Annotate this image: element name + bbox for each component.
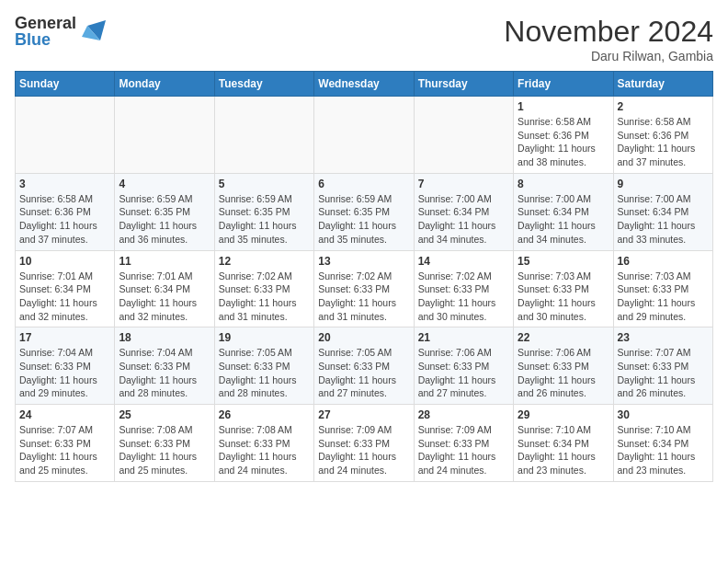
weekday-header: Wednesday (314, 72, 414, 97)
day-info: Sunrise: 7:07 AM Sunset: 6:33 PM Dayligh… (618, 346, 709, 400)
logo-line1: General (15, 15, 76, 31)
day-info: Sunrise: 7:10 AM Sunset: 6:34 PM Dayligh… (618, 423, 709, 477)
logo-text: General Blue (15, 15, 76, 48)
day-number: 7 (418, 178, 509, 190)
day-number: 24 (19, 408, 110, 421)
day-number: 10 (19, 255, 110, 268)
day-info: Sunrise: 7:03 AM Sunset: 6:33 PM Dayligh… (518, 270, 609, 324)
calendar-cell: 29Sunrise: 7:10 AM Sunset: 6:34 PM Dayli… (514, 405, 613, 482)
day-number: 14 (418, 255, 509, 268)
calendar-cell: 5Sunrise: 6:59 AM Sunset: 6:35 PM Daylig… (214, 173, 313, 250)
calendar-cell: 9Sunrise: 7:00 AM Sunset: 6:34 PM Daylig… (613, 173, 712, 250)
calendar-cell: 27Sunrise: 7:09 AM Sunset: 6:33 PM Dayli… (314, 405, 414, 482)
day-info: Sunrise: 7:05 AM Sunset: 6:33 PM Dayligh… (219, 346, 310, 400)
day-info: Sunrise: 7:02 AM Sunset: 6:33 PM Dayligh… (219, 270, 310, 324)
calendar-cell: 8Sunrise: 7:00 AM Sunset: 6:34 PM Daylig… (514, 173, 613, 250)
day-info: Sunrise: 7:01 AM Sunset: 6:34 PM Dayligh… (19, 270, 110, 324)
calendar-cell (115, 97, 214, 174)
day-number: 17 (19, 331, 110, 344)
calendar-cell: 22Sunrise: 7:06 AM Sunset: 6:33 PM Dayli… (514, 327, 613, 405)
day-info: Sunrise: 7:07 AM Sunset: 6:33 PM Dayligh… (19, 423, 110, 477)
day-number: 30 (618, 408, 709, 421)
day-info: Sunrise: 7:08 AM Sunset: 6:33 PM Dayligh… (219, 423, 310, 477)
calendar-cell: 1Sunrise: 6:58 AM Sunset: 6:36 PM Daylig… (514, 97, 613, 174)
calendar-cell: 18Sunrise: 7:04 AM Sunset: 6:33 PM Dayli… (115, 327, 214, 405)
day-number: 4 (119, 178, 210, 190)
day-number: 26 (219, 408, 310, 421)
calendar-cell: 20Sunrise: 7:05 AM Sunset: 6:33 PM Dayli… (314, 327, 414, 405)
calendar-week-row: 10Sunrise: 7:01 AM Sunset: 6:34 PM Dayli… (16, 250, 713, 327)
day-number: 22 (518, 331, 609, 344)
weekday-header: Sunday (16, 72, 115, 97)
day-info: Sunrise: 7:06 AM Sunset: 6:33 PM Dayligh… (518, 346, 609, 400)
day-info: Sunrise: 6:59 AM Sunset: 6:35 PM Dayligh… (119, 192, 210, 247)
day-number: 18 (119, 331, 210, 344)
weekday-header: Monday (115, 72, 214, 97)
logo-icon (80, 18, 106, 44)
title-block: November 2024 Daru Rilwan, Gambia (504, 15, 713, 63)
day-info: Sunrise: 6:59 AM Sunset: 6:35 PM Dayligh… (219, 192, 310, 247)
weekday-header: Thursday (414, 72, 513, 97)
calendar-cell: 28Sunrise: 7:09 AM Sunset: 6:33 PM Dayli… (414, 405, 513, 482)
weekday-header: Saturday (613, 72, 712, 97)
weekday-header: Tuesday (214, 72, 313, 97)
calendar-cell: 24Sunrise: 7:07 AM Sunset: 6:33 PM Dayli… (16, 405, 115, 482)
day-info: Sunrise: 6:58 AM Sunset: 6:36 PM Dayligh… (19, 192, 110, 247)
day-number: 29 (518, 408, 609, 421)
day-number: 1 (518, 100, 609, 113)
calendar-cell: 10Sunrise: 7:01 AM Sunset: 6:34 PM Dayli… (16, 250, 115, 327)
day-number: 21 (418, 331, 509, 344)
calendar-cell (414, 97, 513, 174)
day-info: Sunrise: 7:05 AM Sunset: 6:33 PM Dayligh… (318, 346, 409, 400)
calendar-table: SundayMondayTuesdayWednesdayThursdayFrid… (15, 71, 713, 482)
day-number: 20 (318, 331, 409, 344)
day-info: Sunrise: 7:09 AM Sunset: 6:33 PM Dayligh… (418, 423, 509, 477)
day-info: Sunrise: 7:00 AM Sunset: 6:34 PM Dayligh… (618, 192, 709, 247)
calendar-cell: 25Sunrise: 7:08 AM Sunset: 6:33 PM Dayli… (115, 405, 214, 482)
day-info: Sunrise: 6:58 AM Sunset: 6:36 PM Dayligh… (618, 115, 709, 169)
day-number: 2 (618, 100, 709, 113)
day-number: 15 (518, 255, 609, 268)
day-number: 12 (219, 255, 310, 268)
calendar-cell: 13Sunrise: 7:02 AM Sunset: 6:33 PM Dayli… (314, 250, 414, 327)
day-info: Sunrise: 6:59 AM Sunset: 6:35 PM Dayligh… (318, 192, 409, 247)
calendar-cell: 17Sunrise: 7:04 AM Sunset: 6:33 PM Dayli… (16, 327, 115, 405)
day-number: 25 (119, 408, 210, 421)
weekday-row: SundayMondayTuesdayWednesdayThursdayFrid… (16, 72, 713, 97)
day-info: Sunrise: 7:01 AM Sunset: 6:34 PM Dayligh… (119, 270, 210, 324)
logo-line2: Blue (15, 31, 76, 48)
calendar-cell: 23Sunrise: 7:07 AM Sunset: 6:33 PM Dayli… (613, 327, 712, 405)
day-number: 23 (618, 331, 709, 344)
day-number: 13 (318, 255, 409, 268)
day-info: Sunrise: 7:00 AM Sunset: 6:34 PM Dayligh… (418, 192, 509, 247)
calendar-cell: 16Sunrise: 7:03 AM Sunset: 6:33 PM Dayli… (613, 250, 712, 327)
calendar-cell: 7Sunrise: 7:00 AM Sunset: 6:34 PM Daylig… (414, 173, 513, 250)
day-info: Sunrise: 7:00 AM Sunset: 6:34 PM Dayligh… (518, 192, 609, 247)
page-header: General Blue November 2024 Daru Rilwan, … (15, 15, 713, 63)
calendar-cell: 4Sunrise: 6:59 AM Sunset: 6:35 PM Daylig… (115, 173, 214, 250)
day-number: 27 (318, 408, 409, 421)
day-info: Sunrise: 7:02 AM Sunset: 6:33 PM Dayligh… (318, 270, 409, 324)
calendar-week-row: 24Sunrise: 7:07 AM Sunset: 6:33 PM Dayli… (16, 405, 713, 482)
calendar-cell (314, 97, 414, 174)
calendar-cell: 2Sunrise: 6:58 AM Sunset: 6:36 PM Daylig… (613, 97, 712, 174)
calendar-subtitle: Daru Rilwan, Gambia (504, 49, 713, 63)
day-info: Sunrise: 7:02 AM Sunset: 6:33 PM Dayligh… (418, 270, 509, 324)
day-info: Sunrise: 7:08 AM Sunset: 6:33 PM Dayligh… (119, 423, 210, 477)
calendar-cell: 6Sunrise: 6:59 AM Sunset: 6:35 PM Daylig… (314, 173, 414, 250)
calendar-week-row: 17Sunrise: 7:04 AM Sunset: 6:33 PM Dayli… (16, 327, 713, 405)
calendar-cell: 11Sunrise: 7:01 AM Sunset: 6:34 PM Dayli… (115, 250, 214, 327)
calendar-week-row: 3Sunrise: 6:58 AM Sunset: 6:36 PM Daylig… (16, 173, 713, 250)
calendar-cell (16, 97, 115, 174)
day-info: Sunrise: 7:10 AM Sunset: 6:34 PM Dayligh… (518, 423, 609, 477)
calendar-title: November 2024 (504, 15, 713, 49)
day-info: Sunrise: 7:06 AM Sunset: 6:33 PM Dayligh… (418, 346, 509, 400)
calendar-cell: 26Sunrise: 7:08 AM Sunset: 6:33 PM Dayli… (214, 405, 313, 482)
day-number: 8 (518, 178, 609, 190)
day-info: Sunrise: 7:09 AM Sunset: 6:33 PM Dayligh… (318, 423, 409, 477)
day-number: 16 (618, 255, 709, 268)
calendar-cell: 3Sunrise: 6:58 AM Sunset: 6:36 PM Daylig… (16, 173, 115, 250)
calendar-week-row: 1Sunrise: 6:58 AM Sunset: 6:36 PM Daylig… (16, 97, 713, 174)
calendar-cell: 14Sunrise: 7:02 AM Sunset: 6:33 PM Dayli… (414, 250, 513, 327)
day-info: Sunrise: 7:04 AM Sunset: 6:33 PM Dayligh… (19, 346, 110, 400)
